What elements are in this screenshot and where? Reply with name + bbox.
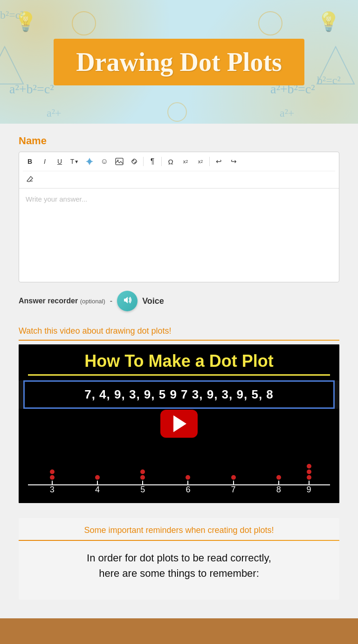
video-data-row: 7, 4, 9, 3, 9, 5 9 7 3, 9, 3, 9, 5, 8 xyxy=(23,380,335,409)
answer-input[interactable]: Write your answer... xyxy=(19,189,339,282)
svg-point-10 xyxy=(72,12,96,35)
svg-point-13 xyxy=(88,160,91,163)
svg-text:a²+: a²+ xyxy=(280,107,294,119)
video-main-title: How To Make a Dot Plot xyxy=(28,352,330,376)
recorder-dash: - xyxy=(110,297,112,305)
emoji-button[interactable]: ☺ xyxy=(97,155,111,168)
label-6: 6 xyxy=(186,485,190,495)
recorder-row: Answer recorder (optional) - Voice xyxy=(19,291,339,311)
underline-button[interactable]: U xyxy=(53,155,67,168)
italic-button[interactable]: I xyxy=(38,155,52,168)
recorder-optional: (optional) xyxy=(80,298,105,305)
superscript-button[interactable]: x2 xyxy=(193,155,207,168)
color-button[interactable] xyxy=(83,155,96,168)
svg-text:💡: 💡 xyxy=(317,10,340,33)
dot-6-1 xyxy=(186,475,190,480)
label-4: 4 xyxy=(95,485,100,495)
label-5: 5 xyxy=(140,485,145,495)
video-section-title: Watch this video about drawing dot plots… xyxy=(19,326,339,336)
video-section: Watch this video about drawing dot plots… xyxy=(19,326,339,503)
play-button-overlay xyxy=(160,410,198,438)
page-title: Drawing Dot Plots xyxy=(76,47,282,77)
editor-container: B I U T▼ ☺ ¶ Ω x2 x xyxy=(19,152,339,282)
undo-button[interactable]: ↩ xyxy=(212,155,226,168)
video-top-section: How To Make a Dot Plot xyxy=(19,344,339,380)
dot-3-2 xyxy=(50,469,55,474)
video-container[interactable]: How To Make a Dot Plot 7, 4, 9, 3, 9, 5 … xyxy=(19,344,339,503)
svg-point-12 xyxy=(168,103,186,121)
redo-button[interactable]: ↪ xyxy=(227,155,241,168)
header-title-box: Drawing Dot Plots xyxy=(54,39,304,85)
label-8: 8 xyxy=(276,485,281,495)
paragraph-button[interactable]: ¶ xyxy=(145,155,159,168)
dot-3-1 xyxy=(50,475,55,480)
dot-7-1 xyxy=(231,475,236,480)
video-data-values: 7, 4, 9, 3, 9, 5 9 7 3, 9, 3, 9, 5, 8 xyxy=(30,387,328,402)
omega-button[interactable]: Ω xyxy=(164,155,178,168)
dot-plot-area: 3 4 5 6 7 xyxy=(28,453,330,499)
erase-button[interactable] xyxy=(23,172,37,185)
dot-9-3 xyxy=(307,464,311,469)
header-area: 💡 💡 a²+b²=c² a²+b²=c² b²=c² b²=c² a²+ a²… xyxy=(0,0,358,124)
dot-4-1 xyxy=(95,475,100,480)
video-thumbnail: How To Make a Dot Plot 7, 4, 9, 3, 9, 5 … xyxy=(19,344,339,503)
label-3: 3 xyxy=(50,485,55,495)
svg-text:b²=c²: b²=c² xyxy=(0,9,24,21)
link-button[interactable] xyxy=(127,155,141,168)
name-label: Name xyxy=(19,135,339,147)
toolbar-row-divider xyxy=(23,171,335,171)
toolbar-separator-3 xyxy=(209,157,210,166)
answer-placeholder: Write your answer... xyxy=(26,195,87,203)
reminder-body: In order for dot plots to be read correc… xyxy=(19,541,339,590)
reminder-section: Some important reminders when creating d… xyxy=(19,518,339,600)
svg-text:a²+: a²+ xyxy=(47,107,61,119)
reminder-title: Some important reminders when creating d… xyxy=(19,518,339,540)
font-size-button[interactable]: T▼ xyxy=(68,155,82,168)
toolbar-separator-2 xyxy=(161,157,162,166)
image-button[interactable] xyxy=(112,155,126,168)
svg-marker-9 xyxy=(0,47,23,84)
label-9: 9 xyxy=(307,485,311,495)
play-button[interactable] xyxy=(160,410,198,438)
bold-button[interactable]: B xyxy=(23,155,37,168)
dot-5-2 xyxy=(140,469,145,474)
svg-point-11 xyxy=(259,12,282,35)
speaker-icon xyxy=(122,295,132,308)
dot-8-1 xyxy=(276,475,281,480)
reminder-text: In order for dot plots to be read correc… xyxy=(33,550,325,581)
editor-toolbar: B I U T▼ ☺ ¶ Ω x2 x xyxy=(19,152,339,189)
play-triangle-icon xyxy=(173,415,186,432)
dot-9-2 xyxy=(307,469,311,474)
video-divider xyxy=(19,340,339,341)
subscript-button[interactable]: x2 xyxy=(179,155,193,168)
voice-label: Voice xyxy=(142,296,164,306)
dot-5-1 xyxy=(140,475,145,480)
recorder-label: Answer recorder (optional) xyxy=(19,297,105,305)
label-7: 7 xyxy=(231,485,236,495)
voice-recorder-button[interactable] xyxy=(117,291,138,311)
main-content: Name B I U T▼ ☺ ¶ Ω x2 xyxy=(0,124,358,618)
toolbar-separator-1 xyxy=(143,157,144,166)
dot-9-1 xyxy=(307,475,311,480)
number-line xyxy=(28,484,330,485)
